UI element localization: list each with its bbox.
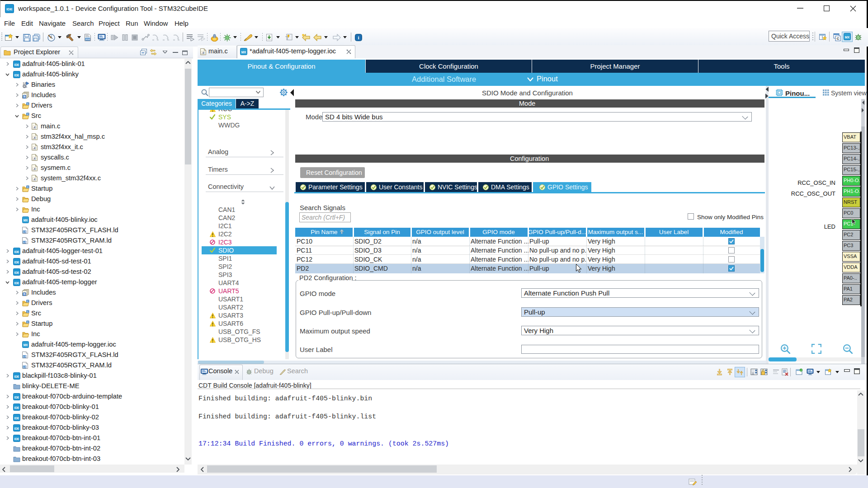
svg-text:IDE: IDE xyxy=(14,63,20,66)
svg-text:MX: MX xyxy=(241,51,246,54)
svg-text:C: C xyxy=(27,103,28,105)
svg-text:C: C xyxy=(27,300,28,303)
svg-text:LD: LD xyxy=(23,355,26,358)
svg-text:MX: MX xyxy=(24,343,28,347)
svg-text:.c: .c xyxy=(33,177,36,181)
svg-text:IDE: IDE xyxy=(14,250,20,253)
svg-text:h: h xyxy=(24,292,25,296)
svg-text:h: h xyxy=(24,95,25,98)
svg-text:LD: LD xyxy=(23,241,26,244)
svg-text:MX: MX xyxy=(24,219,28,222)
svg-text:IDE: IDE xyxy=(6,7,13,11)
svg-text:IDE: IDE xyxy=(14,406,20,409)
svg-text:IDE: IDE xyxy=(14,437,20,441)
svg-text:LD: LD xyxy=(23,230,26,233)
svg-text:IDE: IDE xyxy=(14,396,20,399)
svg-text:.c: .c xyxy=(33,136,36,140)
svg-text:IDE: IDE xyxy=(14,427,20,430)
svg-text:010: 010 xyxy=(86,38,90,41)
svg-text:IDE: IDE xyxy=(14,375,20,378)
svg-text:MX: MX xyxy=(845,36,850,39)
svg-text:.c: .c xyxy=(33,146,36,150)
svg-text:IDE: IDE xyxy=(14,417,20,420)
svg-text:C: C xyxy=(27,310,28,313)
svg-text:.c: .c xyxy=(33,125,36,129)
svg-text:.c: .c xyxy=(33,167,36,171)
svg-text:.c: .c xyxy=(202,51,204,55)
svg-text:C: C xyxy=(27,113,28,116)
svg-text:.c: .c xyxy=(33,156,36,160)
svg-text:IDE: IDE xyxy=(14,261,20,264)
svg-text:IDE: IDE xyxy=(14,74,20,77)
svg-text:C: C xyxy=(27,321,28,324)
svg-text:LD: LD xyxy=(23,366,26,368)
svg-text:C: C xyxy=(27,186,28,188)
svg-text:i: i xyxy=(358,35,359,40)
svg-text:C: C xyxy=(837,37,840,41)
svg-text:IDE: IDE xyxy=(14,282,20,285)
svg-text:IDE: IDE xyxy=(14,271,20,274)
